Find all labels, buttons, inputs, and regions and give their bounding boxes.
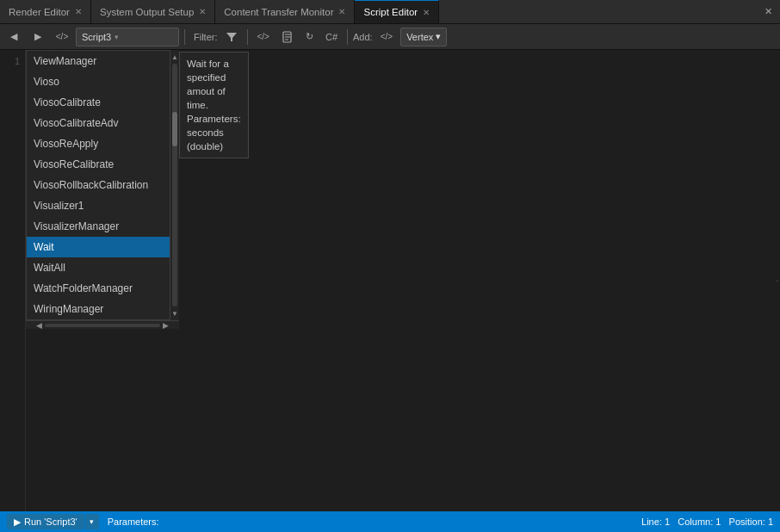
vertex-selector[interactable]: Vertex ▾ xyxy=(400,28,447,46)
autocomplete-item-viosocalibrate[interactable]: ViosoCalibrate xyxy=(27,92,170,113)
page-icon xyxy=(282,31,294,43)
tab-render-editor-close[interactable]: ✕ xyxy=(75,7,82,16)
csharp-button[interactable]: C# xyxy=(321,28,342,46)
html-icon-button[interactable]: </> xyxy=(253,28,274,46)
autocomplete-item-watchfoldermanager[interactable]: WatchFolderManager xyxy=(27,278,170,299)
back-button[interactable]: ◀ xyxy=(3,27,24,47)
column-label: Column: xyxy=(678,517,713,527)
tab-content-transfer-monitor-close[interactable]: ✕ xyxy=(338,7,345,16)
tab-content-transfer-monitor[interactable]: Content Transfer Monitor ✕ xyxy=(215,0,355,23)
tab-system-output-setup-close[interactable]: ✕ xyxy=(199,7,206,16)
status-bar: ▶ Run 'Script3' ▾ Parameters: Line: 1 Co… xyxy=(0,511,780,532)
filter-icon-button[interactable] xyxy=(221,28,242,46)
toolbar: ◀ ▶ </> Script3 ▾ Filter: </> ↻ C# Add: … xyxy=(0,24,780,50)
refresh-icon-button[interactable]: ↻ xyxy=(301,28,318,46)
h-scroll-right-arrow[interactable]: ▶ xyxy=(163,321,169,330)
autocomplete-item-wiringmanager[interactable]: WiringManager xyxy=(27,299,170,319)
tab-script-editor-label: Script Editor xyxy=(363,7,418,17)
line-info: Line: 1 Column: 1 Position: 1 xyxy=(641,517,773,527)
run-label: Run 'Script3' xyxy=(24,517,77,527)
editor-area[interactable]: ViewManagerViosoViosoCalibrateViosoCalib… xyxy=(26,50,780,511)
scroll-up-arrow[interactable]: ▲ xyxy=(170,52,179,62)
separator-3 xyxy=(347,29,348,45)
tab-render-editor-label: Render Editor xyxy=(9,7,70,17)
tab-script-editor-close[interactable]: ✕ xyxy=(423,8,430,17)
page-icon-button[interactable] xyxy=(277,28,298,46)
separator-2 xyxy=(247,29,248,45)
tab-system-output-setup[interactable]: System Output Setup ✕ xyxy=(91,0,215,23)
autocomplete-item-visualizermanager[interactable]: VisualizerManager xyxy=(27,216,170,237)
line-numbers: 1 xyxy=(0,50,26,511)
scroll-track xyxy=(172,64,177,306)
position-label: Position: xyxy=(729,517,765,527)
script-selector[interactable]: Script3 ▾ xyxy=(76,28,179,46)
main-content: 1 ViewManagerViosoViosoCalibrateViosoCal… xyxy=(0,50,780,511)
autocomplete-scrollbar[interactable]: ▲ ▼ xyxy=(170,50,179,320)
forward-button[interactable]: ▶ xyxy=(28,27,48,47)
tab-bar: Render Editor ✕ System Output Setup ✕ Co… xyxy=(0,0,780,24)
h-scroll-left-arrow[interactable]: ◀ xyxy=(36,321,42,330)
window-controls: ✕ xyxy=(756,0,780,23)
tab-render-editor[interactable]: Render Editor ✕ xyxy=(0,0,91,23)
autocomplete-panel: ViewManagerViosoViosoCalibrateViosoCalib… xyxy=(26,50,179,329)
right-resize-handle[interactable]: ··· xyxy=(773,50,780,511)
svg-marker-0 xyxy=(226,33,237,41)
window-close-button[interactable]: ✕ xyxy=(756,0,780,24)
line-number-1: 1 xyxy=(0,53,20,69)
tab-content-transfer-monitor-label: Content Transfer Monitor xyxy=(224,7,333,17)
filter-icon xyxy=(226,31,238,43)
line-value: 1 xyxy=(665,517,670,527)
script-dropdown-icon: ▾ xyxy=(115,33,119,41)
column-value: 1 xyxy=(715,517,721,527)
autocomplete-item-viewmanager[interactable]: ViewManager xyxy=(27,51,170,71)
run-dropdown[interactable]: ▾ xyxy=(85,514,99,529)
autocomplete-item-waitall[interactable]: WaitAll xyxy=(27,257,170,278)
h-scroll-track xyxy=(45,324,160,327)
tab-script-editor[interactable]: Script Editor ✕ xyxy=(355,0,439,23)
line-label: Line: xyxy=(641,517,662,527)
autocomplete-item-viosorollbackcalibration[interactable]: ViosoRollbackCalibration xyxy=(27,175,170,195)
autocomplete-item-viosocalibrateadv[interactable]: ViosoCalibrateAdv xyxy=(27,113,170,133)
play-icon: ▶ xyxy=(14,517,21,528)
tooltip-line2: Parameters: seconds (double) xyxy=(187,112,241,153)
tooltip: Wait for a specified amout of time. Para… xyxy=(179,52,249,158)
scroll-thumb xyxy=(172,112,177,146)
autocomplete-item-viosorecalibrate[interactable]: ViosoReCalibrate xyxy=(27,154,170,175)
autocomplete-item-vioso[interactable]: Vioso xyxy=(27,71,170,92)
params-label: Parameters: xyxy=(108,517,159,527)
autocomplete-item-visualizer1[interactable]: Visualizer1 xyxy=(27,195,170,216)
add-code-button[interactable]: </> xyxy=(376,28,397,46)
filter-label: Filter: xyxy=(194,32,218,42)
tooltip-line1: Wait for a specified amout of time. xyxy=(187,57,241,112)
autocomplete-h-scroll[interactable]: ◀ ▶ xyxy=(26,320,179,329)
script-name: Script3 xyxy=(82,32,111,42)
autocomplete-item-wait[interactable]: Wait xyxy=(27,237,170,257)
autocomplete-list: ViewManagerViosoViosoCalibrateViosoCalib… xyxy=(26,50,170,320)
vertex-dropdown-icon: ▾ xyxy=(436,31,441,42)
run-button[interactable]: ▶ Run 'Script3' xyxy=(7,514,84,529)
scroll-down-arrow[interactable]: ▼ xyxy=(170,308,179,319)
code-icon-button[interactable]: </> xyxy=(52,27,72,47)
vertex-label: Vertex xyxy=(406,32,433,42)
add-label: Add: xyxy=(353,32,373,42)
separator-1 xyxy=(184,29,185,45)
position-value: 1 xyxy=(768,517,773,527)
tab-system-output-setup-label: System Output Setup xyxy=(100,7,194,17)
autocomplete-item-viosoreapply[interactable]: ViosoReApply xyxy=(27,133,170,154)
